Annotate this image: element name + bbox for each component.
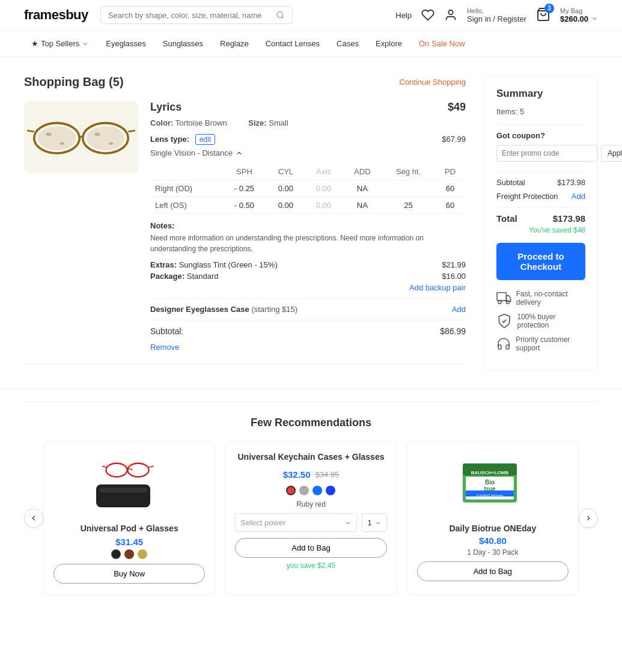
search-bar[interactable] bbox=[100, 6, 293, 24]
item-name: Lyrics bbox=[150, 101, 181, 114]
designer-case-add-link[interactable]: Add bbox=[452, 305, 466, 314]
svg-line-1 bbox=[282, 17, 284, 19]
cart-section: Shopping Bag (5) Continue Shopping bbox=[24, 75, 466, 364]
nav-item-eyeglasses[interactable]: Eyeglasses bbox=[99, 31, 153, 57]
subtotal-summary-row: Subtotal $173.98 bbox=[496, 178, 585, 187]
summary-title: Summary bbox=[496, 88, 585, 100]
shield-check-icon bbox=[496, 313, 512, 329]
nav-item-explore[interactable]: Explore bbox=[368, 31, 409, 57]
color-label: Color: Tortoise Brown bbox=[150, 118, 237, 127]
rec-carousel: Universal Pod + Glasses $31.45 Buy Now U… bbox=[24, 441, 598, 595]
rec-pod-image bbox=[53, 451, 205, 518]
summary-box: Summary Items: 5 Got coupon? Apply Subto… bbox=[484, 75, 598, 371]
bag-icon-wrap[interactable]: 3 bbox=[536, 7, 550, 23]
nav-item-contact-lenses[interactable]: Contact Lenses bbox=[258, 31, 327, 57]
freight-add-link[interactable]: Add bbox=[572, 192, 585, 201]
lens-type-edit-link[interactable]: edit bbox=[195, 134, 215, 145]
glasses-image bbox=[27, 110, 135, 164]
add-backup-link[interactable]: Add backup pair bbox=[150, 283, 466, 292]
color-dot-blue1[interactable] bbox=[313, 486, 322, 495]
total-row: Total $173.98 bbox=[496, 213, 585, 224]
trust-item-delivery: Fast, no-contact delivery bbox=[496, 290, 585, 307]
biotrue-svg: BAUSCH+LOMB Bio true contact lenses bbox=[454, 457, 532, 512]
qty-select[interactable]: 1 bbox=[362, 513, 386, 532]
nav-item-sunglasses[interactable]: Sunglasses bbox=[156, 31, 210, 57]
svg-point-12 bbox=[95, 133, 100, 136]
nav-item-reglaze[interactable]: Reglaze bbox=[213, 31, 256, 57]
svg-point-2 bbox=[448, 10, 453, 14]
trust-item-protection: 100% buyer protection bbox=[496, 313, 585, 329]
color-dot-gold[interactable] bbox=[138, 549, 147, 559]
rx-eye-right: Right (OD) bbox=[150, 180, 222, 197]
color-dot-red[interactable] bbox=[286, 486, 296, 495]
bag-amount: $260.00 bbox=[560, 14, 588, 23]
rec-keychain-colors bbox=[235, 486, 386, 495]
product-image bbox=[24, 101, 138, 173]
item-name-price-row: Lyrics $49 bbox=[150, 101, 466, 114]
subtotal-value: $86.99 bbox=[440, 326, 466, 336]
saved-text: You've saved $48 bbox=[496, 226, 585, 234]
nav-item-on-sale[interactable]: On Sale Now bbox=[412, 31, 472, 57]
rx-header-cyl: CYL bbox=[267, 163, 305, 180]
carousel-prev-button[interactable] bbox=[24, 509, 43, 528]
apply-coupon-button[interactable]: Apply bbox=[601, 145, 622, 162]
trust-protection-text: 100% buyer protection bbox=[517, 313, 585, 329]
heart-icon[interactable] bbox=[421, 8, 434, 22]
add-to-bag-button-keychain[interactable]: Add to Bag bbox=[235, 538, 386, 558]
logo[interactable]: framesbuy bbox=[24, 7, 88, 23]
rx-header-pd: PD bbox=[434, 163, 466, 180]
color-dot-blue2[interactable] bbox=[326, 486, 335, 495]
total-value: $173.98 bbox=[553, 213, 585, 224]
color-dot-gray[interactable] bbox=[299, 486, 309, 495]
user-info: Hello, Sign in / Register bbox=[467, 7, 526, 23]
rx-header-axis: Axis bbox=[305, 163, 343, 180]
cart-title: Shopping Bag (5) bbox=[24, 75, 124, 89]
designer-case-row: Designer Eyeglasses Case (starting $15) … bbox=[150, 298, 466, 320]
rec-pod-colors bbox=[53, 549, 205, 559]
summary-sidebar: Summary Items: 5 Got coupon? Apply Subto… bbox=[484, 75, 598, 371]
headset-icon bbox=[496, 335, 511, 352]
svg-point-16 bbox=[506, 301, 509, 304]
chevron-down-icon bbox=[591, 15, 598, 22]
rec-card-biotrue: BAUSCH+LOMB Bio true contact lenses Dail… bbox=[407, 441, 579, 595]
nav-item-top-sellers[interactable]: ★ Top Sellers bbox=[24, 31, 96, 57]
svg-line-22 bbox=[149, 466, 154, 468]
collapse-icon[interactable] bbox=[235, 149, 243, 157]
rec-items-list: Universal Pod + Glasses $31.45 Buy Now U… bbox=[43, 441, 579, 595]
buy-now-button[interactable]: Buy Now bbox=[53, 564, 205, 584]
svg-line-8 bbox=[27, 130, 34, 132]
sign-in-link[interactable]: Sign in / Register bbox=[467, 14, 526, 23]
select-power-dropdown[interactable]: Select power bbox=[235, 513, 357, 532]
color-dot-brown[interactable] bbox=[124, 549, 134, 559]
continue-shopping-link[interactable]: Continue Shopping bbox=[399, 78, 466, 87]
add-to-bag-button-biotrue[interactable]: Add to Bag bbox=[417, 561, 569, 581]
rec-biotrue-name: Daily Biotrue ONEday bbox=[417, 524, 569, 533]
rx-row-left: Left (OS) - 0.50 0.00 0.00 NA 25 60 bbox=[150, 197, 466, 214]
svg-text:Bio: Bio bbox=[485, 479, 495, 486]
rec-pod-price: $31.45 bbox=[53, 537, 205, 547]
user-icon[interactable] bbox=[444, 8, 457, 22]
total-label: Total bbox=[496, 213, 517, 224]
rec-biotrue-image: BAUSCH+LOMB Bio true contact lenses bbox=[417, 451, 569, 518]
nav-item-cases[interactable]: Cases bbox=[329, 31, 366, 57]
chevron-down-icon bbox=[344, 519, 352, 527]
user-section bbox=[444, 8, 457, 22]
svg-point-11 bbox=[60, 142, 64, 145]
cart-item: Lyrics $49 Color: Tortoise Brown Size: S… bbox=[24, 101, 466, 364]
coupon-input[interactable] bbox=[496, 145, 597, 162]
checkout-button[interactable]: Proceed to Checkout bbox=[496, 243, 585, 280]
size-label: Size: Small bbox=[248, 118, 297, 127]
item-price: $49 bbox=[448, 101, 466, 114]
help-link[interactable]: Help bbox=[395, 11, 412, 20]
my-bag-info: My Bag $260.00 bbox=[560, 7, 598, 23]
color-dot-black[interactable] bbox=[111, 549, 121, 559]
carousel-next-button[interactable] bbox=[579, 509, 598, 528]
extras-row: Extras: Sunglass Tint (Green - 15%) $21.… bbox=[150, 260, 466, 269]
chevron-down-icon bbox=[374, 519, 382, 527]
svg-text:true: true bbox=[484, 486, 495, 492]
remove-link[interactable]: Remove bbox=[150, 343, 179, 352]
subtotal-summary-value: $173.98 bbox=[557, 178, 585, 187]
lens-type-label: Lens type: edit bbox=[150, 135, 215, 144]
star-icon: ★ bbox=[31, 39, 38, 48]
search-input[interactable] bbox=[108, 11, 271, 20]
